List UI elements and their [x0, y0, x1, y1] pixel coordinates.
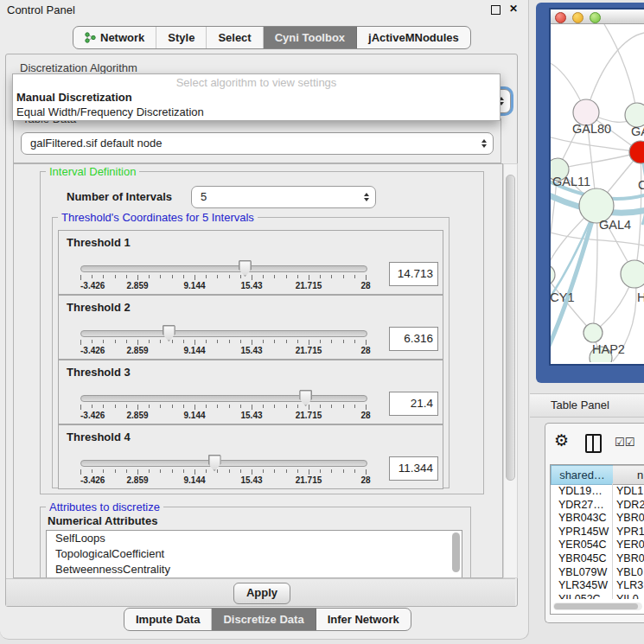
slider-tick	[115, 340, 116, 343]
table-row[interactable]: YBR045CYBR0	[551, 552, 644, 566]
close-icon[interactable]: ✕	[509, 3, 518, 15]
tab-style[interactable]: Style	[156, 27, 207, 48]
slider-tick	[320, 275, 321, 278]
attribute-item-betweennesscentrality[interactable]: BetweennessCentrality	[47, 562, 462, 577]
column-header-name[interactable]: n	[613, 465, 644, 485]
slider-tick	[160, 405, 161, 408]
tab-select[interactable]: Select	[207, 27, 263, 48]
slider-track[interactable]	[80, 265, 367, 272]
network-node[interactable]	[583, 323, 603, 342]
table-row[interactable]: YBL079WYBL0	[551, 566, 644, 580]
slider-tick	[343, 340, 344, 343]
cell-shared-name: YDL19…	[558, 485, 603, 497]
slider-tick	[309, 340, 309, 345]
slider-scale-label: 28	[360, 346, 370, 355]
slider-tick	[366, 405, 367, 410]
numerical-attributes-list[interactable]: SelfLoopsTopologicalCoefficientBetweenne…	[46, 530, 462, 578]
columns-icon[interactable]	[585, 434, 602, 453]
apply-button[interactable]: Apply	[233, 583, 290, 604]
network-tab-icon	[85, 32, 96, 43]
bottom-tab-strip: Impute DataDiscretize DataInfer Network	[124, 608, 411, 631]
close-traffic-light-icon[interactable]	[555, 12, 566, 23]
dropdown-prompt[interactable]: Select algorithm to view settings	[13, 74, 500, 90]
table-data-combobox[interactable]: galFiltered.sif default node	[21, 132, 494, 155]
slider-tick	[217, 405, 218, 408]
slider-track[interactable]	[80, 460, 367, 467]
table-row[interactable]: YDR27…YDR2	[551, 499, 644, 513]
slider-tick	[286, 275, 287, 278]
slider-tick	[206, 275, 207, 278]
cell-name: YPR1	[616, 526, 644, 538]
slider-tick	[92, 275, 92, 278]
slider-tick	[172, 469, 173, 473]
threshold-value-field[interactable]: 14.713	[389, 262, 438, 286]
network-node-label: HAP2	[592, 342, 625, 356]
network-node-label: GAL80	[572, 122, 611, 136]
slider-tick	[354, 275, 355, 278]
attribute-item-selfloops[interactable]: SelfLoops	[47, 531, 462, 546]
slider-tick	[309, 405, 309, 410]
slider-thumb[interactable]	[299, 390, 312, 406]
cell-shared-name: YIL052C	[558, 593, 601, 599]
bottom-tab-discretize-data[interactable]: Discretize Data	[212, 609, 316, 630]
tab-network[interactable]: Network	[73, 27, 156, 48]
tab-jactivemnodules[interactable]: jActiveMNodules	[357, 27, 470, 48]
network-view-window: GAL80GAGAL11CGAL4GCY1HHAP2	[536, 3, 644, 383]
vertical-scrollbar[interactable]	[503, 163, 518, 578]
table-row[interactable]: YBR043CYBR0	[551, 512, 644, 526]
slider-thumb[interactable]	[208, 455, 221, 471]
apply-row: Apply	[6, 578, 515, 606]
slider-tick	[263, 340, 264, 343]
table-row[interactable]: YER054CYER0	[551, 539, 644, 552]
slider-tick	[172, 340, 173, 343]
tab-cyni-toolbox[interactable]: Cyni Toolbox	[264, 27, 357, 48]
bottom-tab-impute-data[interactable]: Impute Data	[124, 609, 212, 630]
network-canvas[interactable]: GAL80GAGAL11CGAL4GCY1HHAP2	[551, 24, 644, 362]
list-scrollbar-thumb[interactable]	[452, 532, 460, 572]
slider-tick	[92, 340, 92, 343]
vertical-scrollbar-thumb[interactable]	[506, 175, 515, 481]
slider-thumb[interactable]	[163, 325, 175, 341]
number-of-intervals-combobox[interactable]: 5	[191, 186, 376, 208]
slider-tick	[343, 405, 344, 408]
slider-tick	[217, 469, 218, 473]
thresholds-group: Threshold's Coordinates for 5 Intervals …	[52, 217, 450, 488]
slider-tick	[286, 469, 287, 473]
interval-definition-title: Interval Definition	[46, 165, 139, 178]
cell-shared-name: YDR27…	[558, 499, 604, 511]
zoom-traffic-light-icon[interactable]	[590, 12, 601, 23]
gear-icon[interactable]: ⚙	[554, 430, 569, 450]
table-row[interactable]: YLR345WYLR3	[551, 579, 644, 593]
network-node[interactable]	[625, 103, 644, 127]
table-data-group: Table Data galFiltered.sif default node	[13, 118, 501, 163]
select-checkboxes-icon[interactable]: ☑☑	[615, 436, 634, 449]
table-row[interactable]: YIL052CYIL0	[551, 593, 644, 599]
bottom-tab-infer-network[interactable]: Infer Network	[316, 609, 411, 630]
network-node-label: GAL11	[552, 175, 590, 188]
float-window-icon[interactable]	[491, 5, 501, 15]
attribute-item-topologicalcoefficient[interactable]: TopologicalCoefficient	[47, 546, 462, 562]
horizontal-scrollbar[interactable]	[553, 603, 642, 610]
table-row[interactable]: YDL19…YDL1	[551, 485, 644, 499]
slider-tick	[149, 405, 150, 408]
minimize-traffic-light-icon[interactable]	[572, 12, 583, 23]
network-node[interactable]	[551, 265, 555, 285]
slider-tick	[354, 340, 355, 343]
slider-track[interactable]	[80, 395, 367, 402]
dropdown-option-manual-discretization[interactable]: Manual Discretization	[13, 90, 500, 105]
slider-tick	[183, 340, 184, 343]
slider-tick	[126, 405, 127, 408]
dropdown-option-equal-width-frequency[interactable]: Equal Width/Frequency Discretization	[13, 105, 500, 119]
slider-track[interactable]	[80, 330, 367, 337]
threshold-value-field[interactable]: 11.344	[389, 456, 438, 481]
slider-tick	[229, 275, 230, 278]
network-node[interactable]	[629, 141, 644, 163]
horizontal-scrollbar-thumb[interactable]	[554, 603, 638, 609]
threshold-value-field[interactable]: 6.316	[389, 327, 438, 351]
slider-tick	[92, 405, 92, 408]
slider-tick	[183, 275, 184, 278]
threshold-value-field[interactable]: 21.4	[389, 392, 438, 416]
table-row[interactable]: YPR145WYPR1	[551, 526, 644, 539]
column-header-shared[interactable]: shared…	[551, 465, 614, 485]
network-node[interactable]	[621, 260, 644, 288]
